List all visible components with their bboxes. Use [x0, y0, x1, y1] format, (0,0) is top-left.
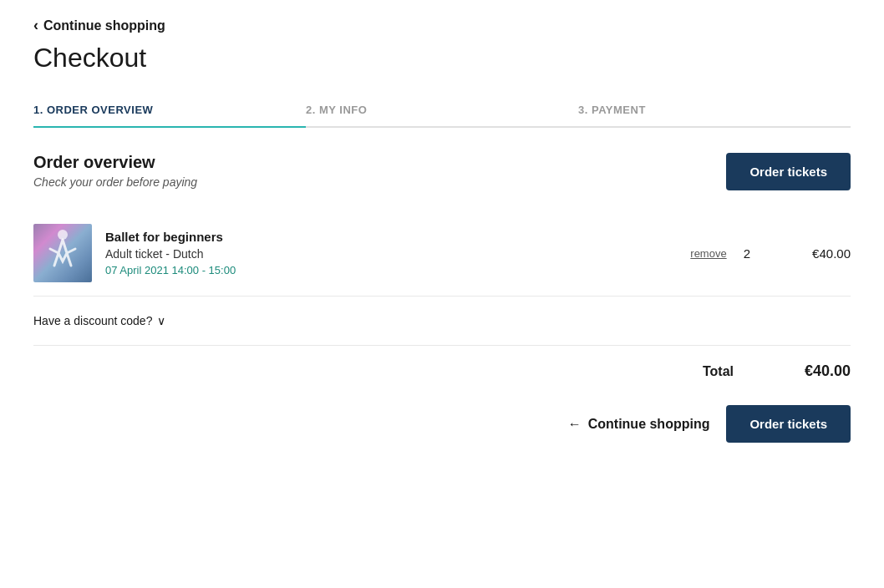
back-arrow-icon: ‹: [33, 17, 38, 34]
order-overview-section: Order overview Check your order before p…: [33, 153, 851, 443]
tab-order-overview[interactable]: 1. ORDER OVERVIEW: [33, 94, 306, 126]
total-label: Total: [703, 364, 734, 379]
tab-my-info[interactable]: 2. MY INFO: [306, 94, 578, 126]
order-header-left: Order overview Check your order before p…: [33, 153, 197, 189]
continue-shopping-label-bottom: Continue shopping: [588, 417, 710, 432]
order-item: Ballet for beginners Adult ticket - Dutc…: [33, 210, 851, 297]
item-controls: remove 2: [690, 246, 750, 261]
item-date: 07 April 2021 14:00 - 15:00: [105, 264, 690, 276]
tabs-container: 1. ORDER OVERVIEW 2. MY INFO 3. PAYMENT: [33, 94, 851, 128]
item-quantity: 2: [744, 246, 750, 261]
chevron-down-icon: ∨: [157, 314, 165, 327]
back-link[interactable]: ‹ Continue shopping: [33, 17, 165, 34]
item-image: [33, 224, 92, 282]
remove-link[interactable]: remove: [690, 247, 726, 260]
ballet-image-svg: [42, 228, 84, 278]
order-overview-title: Order overview: [33, 153, 197, 172]
continue-shopping-link-bottom[interactable]: ← Continue shopping: [568, 417, 710, 432]
item-type: Adult ticket - Dutch: [105, 247, 690, 261]
item-price: €40.00: [784, 246, 851, 261]
discount-toggle[interactable]: Have a discount code? ∨: [33, 314, 165, 327]
item-image-inner: [33, 224, 92, 282]
arrow-left-icon: ←: [568, 417, 582, 432]
svg-point-0: [58, 230, 68, 240]
order-overview-subtitle: Check your order before paying: [33, 175, 197, 189]
total-amount: €40.00: [784, 362, 851, 380]
order-tickets-button-bottom[interactable]: Order tickets: [726, 405, 851, 443]
discount-row: Have a discount code? ∨: [33, 297, 851, 346]
back-link-label: Continue shopping: [43, 18, 165, 33]
total-row: Total €40.00: [33, 346, 851, 397]
item-name: Ballet for beginners: [105, 230, 690, 244]
order-header: Order overview Check your order before p…: [33, 153, 851, 190]
tab-payment[interactable]: 3. PAYMENT: [578, 94, 851, 126]
bottom-actions: ← Continue shopping Order tickets: [33, 397, 851, 443]
item-details: Ballet for beginners Adult ticket - Dutc…: [105, 230, 690, 276]
order-tickets-button-top[interactable]: Order tickets: [726, 153, 851, 190]
page-title: Checkout: [33, 43, 851, 74]
discount-label: Have a discount code?: [33, 314, 152, 327]
